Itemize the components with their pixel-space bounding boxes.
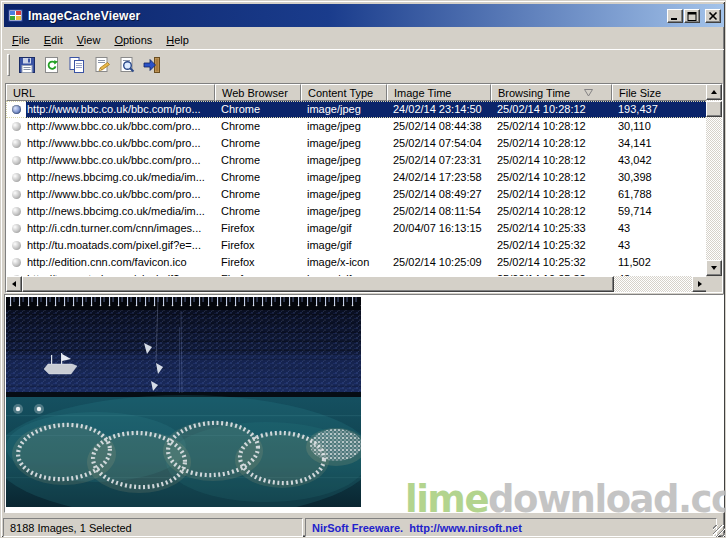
table-row[interactable]: http://www.bbc.co.uk/bbc.com/pro... Chro… [6, 135, 708, 152]
cell-content-type: image/gif [301, 220, 387, 237]
vscroll-track[interactable] [706, 100, 722, 260]
toolbar-grip[interactable] [7, 54, 10, 76]
cell-url: http://tu.moatads.com/pixel.gif?e=... [26, 237, 215, 254]
menu-options[interactable]: Options [107, 32, 159, 48]
cell-browsing-time: 25/02/14 10:28:12 [491, 118, 612, 135]
cell-image-time: 20/04/07 16:13:15 [387, 220, 491, 237]
status-count-text: 8188 Images, 1 Selected [10, 522, 132, 534]
properties-button[interactable] [89, 52, 114, 78]
maximize-icon [687, 12, 697, 21]
table-header: URL Web Browser Content Type Image Time … [6, 84, 708, 101]
app-icon [8, 8, 24, 24]
cache-item-bullet-icon [6, 118, 26, 135]
find-button[interactable] [114, 52, 139, 78]
sort-descending-icon [584, 89, 593, 97]
resize-grip[interactable] [713, 525, 725, 537]
cell-content-type: image/jpeg [301, 135, 387, 152]
column-header-image-time[interactable]: Image Time [387, 84, 491, 101]
table-row[interactable]: http://i.cdn.turner.com/cnn/images... Fi… [6, 220, 708, 237]
cell-web-browser: Firefox [215, 237, 301, 254]
horizontal-scrollbar[interactable] [6, 276, 708, 292]
cell-image-time: 25/02/14 08:11:54 [387, 203, 491, 220]
cell-web-browser: Chrome [215, 118, 301, 135]
exit-icon [142, 55, 162, 75]
table-row[interactable]: http://news.bbcimg.co.uk/media/im... Chr… [6, 169, 708, 186]
cell-url: http://i.cdn.turner.com/cnn/images... [26, 220, 215, 237]
exit-button[interactable] [139, 52, 164, 78]
column-header-url[interactable]: URL [6, 84, 215, 101]
cell-browsing-time: 25/02/14 10:28:12 [491, 135, 612, 152]
table-row[interactable]: http://www.bbc.co.uk/bbc.com/pro... Chro… [6, 152, 708, 169]
cell-image-time: 25/02/14 10:25:09 [387, 254, 491, 271]
refresh-button[interactable] [39, 52, 64, 78]
column-header-file-size[interactable]: File Size [612, 84, 708, 101]
properties-icon [92, 55, 112, 75]
cell-browsing-time: 25/02/14 10:28:12 [491, 169, 612, 186]
cell-image-time: 25/02/14 08:49:27 [387, 186, 491, 203]
cell-browsing-time: 25/02/14 10:28:12 [491, 101, 612, 118]
cell-browsing-time: 25/02/14 10:28:12 [491, 186, 612, 203]
menu-help[interactable]: Help [159, 32, 196, 48]
minimize-icon [670, 12, 680, 21]
column-header-content-type[interactable]: Content Type [301, 84, 387, 101]
scroll-left-button[interactable] [6, 276, 22, 292]
table-body: http://www.bbc.co.uk/bbc.com/pro... Chro… [6, 101, 708, 276]
copy-icon [67, 55, 87, 75]
table-row[interactable]: http://www.bbc.co.uk/bbc.com/pro... Chro… [6, 101, 708, 118]
cell-image-time: 25/02/14 07:23:31 [387, 152, 491, 169]
arrow-down-icon [711, 266, 717, 273]
cell-browsing-time: 25/02/14 10:25:33 [491, 220, 612, 237]
cell-image-time: 24/02/14 23:14:50 [387, 101, 491, 118]
arrow-left-icon [9, 281, 16, 287]
cell-file-size: 30,110 [612, 118, 708, 135]
cache-item-bullet-icon [6, 203, 26, 220]
minimize-button[interactable] [667, 9, 683, 23]
cache-table: URL Web Browser Content Type Image Time … [5, 83, 723, 293]
column-header-web-browser[interactable]: Web Browser [215, 84, 301, 101]
copy-button[interactable] [64, 52, 89, 78]
cell-browsing-time: 25/02/14 10:25:32 [491, 237, 612, 254]
cell-file-size: 43 [612, 237, 708, 254]
cell-content-type: image/x-icon [301, 254, 387, 271]
cell-content-type: image/jpeg [301, 152, 387, 169]
cell-url: http://www.bbc.co.uk/bbc.com/pro... [26, 118, 215, 135]
table-row[interactable]: http://edition.cnn.com/favicon.ico Firef… [6, 254, 708, 271]
table-row[interactable]: http://tu.moatads.com/pixel.gif?e=... Fi… [6, 237, 708, 254]
close-button[interactable] [705, 9, 721, 23]
hscroll-thumb[interactable] [22, 276, 614, 292]
cache-item-bullet-icon [6, 101, 26, 118]
titlebar[interactable]: ImageCacheViewer [4, 4, 724, 27]
preview-image [6, 297, 361, 507]
table-row[interactable]: http://news.bbcimg.co.uk/media/im... Chr… [6, 203, 708, 220]
cell-content-type: image/gif [301, 237, 387, 254]
nirsoft-link[interactable]: NirSoft Freeware. http://www.nirsoft.net [312, 522, 522, 534]
arrow-right-icon [698, 281, 705, 287]
cell-url: http://www.bbc.co.uk/bbc.com/pro... [26, 186, 215, 203]
cell-image-time: 25/02/14 07:54:04 [387, 135, 491, 152]
cell-content-type: image/jpeg [301, 186, 387, 203]
preview-pane [4, 294, 724, 513]
table-row[interactable]: http://www.bbc.co.uk/bbc.com/pro... Chro… [6, 118, 708, 135]
vscroll-thumb[interactable] [706, 101, 722, 117]
menu-file[interactable]: File [5, 32, 37, 48]
statusbar: 8188 Images, 1 Selected NirSoft Freeware… [1, 515, 726, 538]
save-button[interactable] [14, 52, 39, 78]
table-row[interactable]: http://www.bbc.co.uk/bbc.com/pro... Chro… [6, 186, 708, 203]
menu-edit[interactable]: Edit [37, 32, 70, 48]
cell-image-time [387, 237, 491, 254]
vertical-scrollbar[interactable] [706, 84, 722, 276]
cell-url: http://news.bbcimg.co.uk/media/im... [26, 203, 215, 220]
cache-item-bullet-icon [6, 152, 26, 169]
cache-item-bullet-icon [6, 220, 26, 237]
toolbar [4, 49, 724, 80]
save-icon [17, 55, 37, 75]
maximize-button[interactable] [684, 9, 700, 23]
column-header-browsing-time[interactable]: Browsing Time [491, 84, 612, 101]
menu-view[interactable]: View [70, 32, 108, 48]
arrow-up-icon [711, 87, 717, 94]
scroll-up-button[interactable] [706, 84, 722, 100]
cell-web-browser: Chrome [215, 169, 301, 186]
cell-url: http://www.bbc.co.uk/bbc.com/pro... [26, 152, 215, 169]
cell-file-size: 30,398 [612, 169, 708, 186]
scroll-down-button[interactable] [706, 260, 722, 276]
